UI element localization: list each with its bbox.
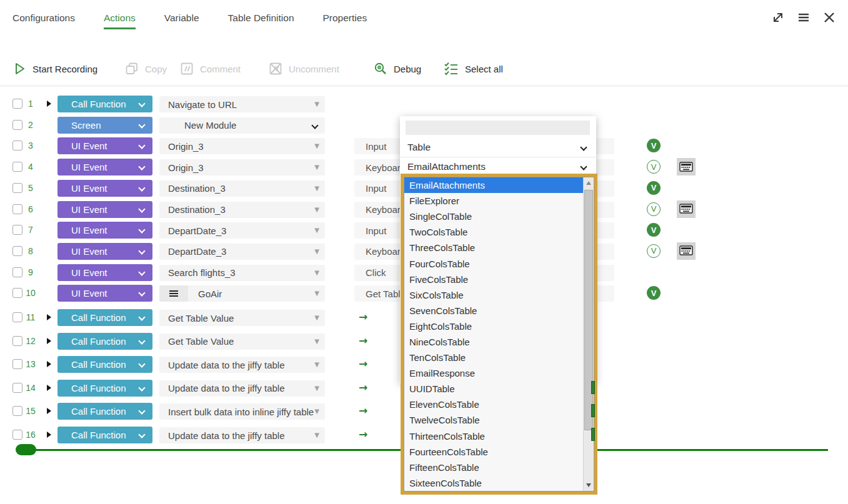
menu-icon[interactable] [796,10,811,25]
step-value-dropdown[interactable]: Update data to the jiffy table▼ [159,357,325,373]
row-checkbox[interactable] [12,359,22,369]
table-option[interactable]: SixColsTable [404,287,583,303]
scrollbar-thumb[interactable] [584,190,593,430]
step-type-button[interactable]: Call Function [57,96,152,112]
table-option[interactable]: FourColsTable [404,255,583,271]
tab-actions[interactable]: Actions [104,0,136,50]
tab-properties[interactable]: Properties [323,0,367,50]
row-checkbox[interactable] [12,406,22,416]
step-type-button[interactable]: UI Event [57,159,152,175]
step-value-dropdown[interactable]: Search flights_3▼ [159,265,325,281]
step-type-button[interactable]: UI Event [57,222,152,239]
timeline-handle[interactable] [16,444,36,455]
row-checkbox[interactable] [12,267,22,277]
table-option[interactable]: ElevenColsTable [404,397,583,412]
table-option[interactable]: TwoColsTable [404,224,583,240]
table-option[interactable]: EightColsTable [404,319,583,334]
row-expander-icon[interactable] [47,408,51,414]
step-type-button[interactable]: UI Event [57,201,152,218]
variable-badge[interactable]: V [647,202,661,216]
step-type-button[interactable]: UI Event [57,180,152,197]
step-value-dropdown[interactable]: New Module [159,117,325,134]
step-type-button[interactable]: Call Function [57,309,152,326]
row-checkbox[interactable] [12,288,22,298]
step-value-dropdown[interactable]: Navigate to URL▼ [159,96,325,112]
tab-table-definition[interactable]: Table Definition [228,0,294,50]
step-type-button[interactable]: UI Event [57,285,152,302]
keyboard-icon[interactable] [677,242,696,260]
variable-badge[interactable]: V [647,244,661,258]
row-checkbox[interactable] [12,162,22,172]
variable-badge[interactable]: V [647,223,661,237]
row-checkbox[interactable] [12,383,22,393]
select-all-button[interactable]: Select all [444,62,503,76]
table-option[interactable]: SingleColTable [404,209,583,224]
uncomment-button[interactable]: Uncomment [269,62,339,76]
popup-table-select[interactable]: EmailAttachments [400,159,596,174]
row-checkbox[interactable] [12,183,22,193]
comment-button[interactable]: Comment [180,62,241,76]
tab-configurations[interactable]: Configurations [12,0,75,50]
tab-variable[interactable]: Variable [164,0,199,50]
expand-icon[interactable] [771,10,786,25]
step-type-button[interactable]: UI Event [57,137,152,154]
row-expander-icon[interactable] [47,314,51,320]
row-expander-icon[interactable] [47,385,51,391]
step-type-button[interactable]: UI Event [57,243,152,260]
table-option[interactable]: NineColsTable [404,334,583,350]
variable-badge[interactable]: V [647,181,661,195]
step-value-dropdown[interactable]: Update data to the jiffy table▼ [159,380,325,397]
step-value-dropdown[interactable]: Destination_3▼ [159,180,325,197]
popup-category-select[interactable]: Table [400,137,596,157]
variable-badge[interactable]: V [647,286,661,300]
close-icon[interactable] [822,10,837,25]
table-option[interactable]: FourteenColsTable [404,444,583,460]
dropdown-scrollbar[interactable] [583,177,594,491]
table-option[interactable]: FifteenColsTable [404,460,583,475]
row-expander-icon[interactable] [47,361,51,367]
copy-button[interactable]: Copy [125,62,167,76]
table-option[interactable]: SevenColsTable [404,303,583,319]
keyboard-icon[interactable] [677,200,696,218]
table-option[interactable]: EmailAttachments [404,177,583,193]
table-option[interactable]: FileExplorer [404,193,583,209]
step-type-button[interactable]: Screen [57,117,152,134]
row-expander-icon[interactable] [47,338,51,344]
row-checkbox[interactable] [12,204,22,214]
step-value-dropdown[interactable]: Get Table Value▼ [159,334,325,350]
row-checkbox[interactable] [12,141,22,151]
step-value-dropdown[interactable]: Update data to the jiffy table▼ [159,427,325,443]
step-type-button[interactable]: Call Function [57,380,152,397]
step-value-dropdown[interactable]: DepartDate_3▼ [159,244,325,260]
row-checkbox[interactable] [12,336,22,346]
table-option[interactable]: FiveColsTable [404,272,583,287]
step-type-button[interactable]: Call Function [57,356,152,373]
table-option[interactable]: SixteenColsTable [404,475,583,491]
table-option[interactable]: ThreeColsTable [404,240,583,255]
row-checkbox[interactable] [12,312,22,322]
row-expander-icon[interactable] [47,432,51,438]
popup-search-input[interactable] [406,121,590,135]
step-type-button[interactable]: Call Function [57,403,152,420]
step-value-dropdown[interactable]: Get Table Value▼ [159,310,325,326]
step-type-button[interactable]: UI Event [57,264,152,281]
keyboard-icon[interactable] [677,158,696,175]
step-type-button[interactable]: Call Function [57,333,152,350]
variable-badge[interactable]: V [647,160,661,174]
table-option[interactable]: EmailResponse [404,365,583,381]
scroll-down-icon[interactable] [586,483,591,487]
variable-badge[interactable]: V [647,139,661,152]
step-value-dropdown[interactable]: Origin_3▼ [159,138,325,154]
row-checkbox[interactable] [12,99,22,109]
row-checkbox[interactable] [12,225,22,235]
step-value-dropdown[interactable]: Origin_3▼ [159,159,325,175]
table-option[interactable]: TenColsTable [404,350,583,365]
step-value-dropdown[interactable]: Insert bulk data into inline jiffy table… [159,403,325,420]
debug-button[interactable]: Debug [374,62,421,76]
start-recording-button[interactable]: Start Recording [14,62,97,76]
step-type-button[interactable]: Call Function [57,427,152,443]
row-expander-icon[interactable] [47,101,51,107]
step-value-dropdown[interactable]: GoAir▼ [159,285,325,302]
table-option[interactable]: ThirteenColsTable [404,428,583,444]
row-checkbox[interactable] [12,120,22,130]
